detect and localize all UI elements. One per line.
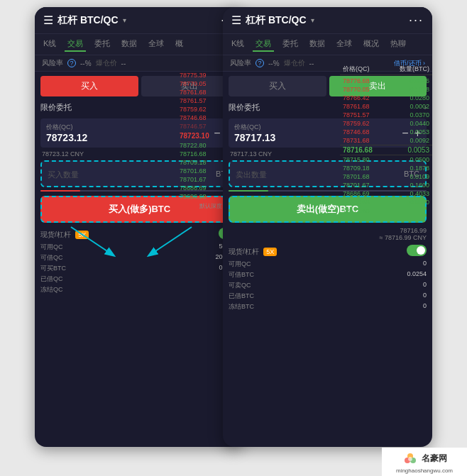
r-stat-row-3: 已借BTC 0	[229, 292, 427, 301]
left-info-bar: 风险率 ? --% 爆仓价 --	[35, 55, 244, 72]
watermark-logo-icon	[402, 450, 419, 467]
right-toggle[interactable]	[407, 245, 427, 256]
tab-entrust-left[interactable]: 委托	[92, 37, 113, 52]
right-stats: 可用QC 0 可借BTC 0.0254 可卖QC 0 已借BTC 0 冻结BTC	[229, 260, 427, 311]
right-title-arrow: ▾	[311, 16, 314, 24]
left-nav-tabs: K线 交易 委托 数据 全球 概	[35, 34, 244, 55]
svg-point-5	[408, 457, 412, 461]
left-body: 买入 卖出 限价委托 › 价格(QC) 78723.12 − + 78	[35, 72, 244, 300]
left-slider-fill	[40, 190, 80, 192]
right-price-list: 价格(QC) 数量(BTC) 78776.680.0046 78770.050.…	[340, 64, 432, 215]
left-risk-label: 风险率	[42, 58, 63, 68]
right-action-cny: ≈ 78716.99 CNY	[380, 234, 427, 241]
right-price-hint: 价格(QC)	[234, 123, 275, 132]
left-title-arrow: ▾	[123, 16, 126, 24]
tab-kline-right[interactable]: K线	[229, 37, 247, 52]
left-leverage-row: 现货/杠杆 5X	[40, 227, 238, 240]
watermark-url: minghaoshangwu.com	[396, 467, 453, 474]
left-price-hint: 价格(QC)	[46, 123, 87, 132]
left-leverage-badge: 5X	[75, 231, 89, 239]
tab-overview-right[interactable]: 概况	[361, 37, 382, 52]
tab-global-right[interactable]: 全球	[334, 37, 355, 52]
hamburger-icon[interactable]: ☰	[43, 13, 53, 27]
right-header: ☰ 杠杆 BTC/QC ▾ ···	[223, 7, 432, 34]
right-buy-btn[interactable]: 买入	[229, 76, 326, 96]
right-qty-placeholder: 卖出数量	[236, 170, 267, 179]
right-order-type-label: 限价委托	[229, 102, 260, 113]
tab-data-left[interactable]: 数据	[119, 37, 140, 52]
right-price-value[interactable]: 78717.13	[234, 132, 275, 143]
right-risk-percent: --%	[268, 60, 280, 67]
stat-row-3: 已借QC 0	[40, 275, 238, 284]
r-stat-row-1: 可借BTC 0.0254	[229, 270, 427, 279]
stat-row-4: 冻结QC 0	[40, 285, 238, 294]
left-title: 杠杆 BTC/QC	[57, 14, 119, 27]
left-header-left: ☰ 杠杆 BTC/QC ▾	[43, 13, 126, 27]
right-hamburger-icon[interactable]: ☰	[231, 13, 241, 27]
left-buy-btn[interactable]: 买入	[40, 76, 138, 96]
tab-kline-left[interactable]: K线	[40, 37, 59, 52]
tab-global-left[interactable]: 全球	[145, 37, 167, 52]
stat-row-1: 可借QC 2000.00	[40, 253, 238, 262]
stat-row-2: 可买BTC 0.0063	[40, 264, 238, 273]
main-container: ☰ 杠杆 BTC/QC ▾ ··· K线 交易 委托 数据 全球 概 风险率 ?…	[0, 0, 467, 476]
right-action-price-value: 78716.99	[400, 227, 427, 234]
stat-row-0: 可用QC 500.00	[40, 243, 238, 252]
left-lever-value: --	[121, 60, 126, 67]
right-nav-tabs: K线 交易 委托 数据 全球 概况 热聊	[223, 34, 432, 55]
tab-data-right[interactable]: 数据	[307, 37, 328, 52]
left-leverage-label: 现货/杠杆	[40, 231, 71, 238]
left-phone: ☰ 杠杆 BTC/QC ▾ ··· K线 交易 委托 数据 全球 概 风险率 ?…	[35, 7, 244, 447]
right-leverage-badge: 5X	[263, 248, 277, 256]
r-stat-row-2: 可卖QC 0	[229, 281, 427, 290]
right-title: 杠杆 BTC/QC	[246, 14, 307, 27]
right-lever-value: --	[309, 60, 314, 67]
right-dots-icon[interactable]: ···	[409, 13, 424, 28]
right-risk-label: 风险率	[230, 58, 251, 68]
tab-more-left[interactable]: 概	[172, 37, 186, 52]
tab-trade-right[interactable]: 交易	[253, 37, 274, 52]
r-stat-row-0: 可用QC 0	[229, 260, 427, 269]
tab-trade-left[interactable]: 交易	[65, 37, 86, 52]
right-leverage-row: 现货/杠杆 5X	[229, 244, 427, 257]
right-risk-icon: ?	[256, 59, 264, 67]
left-qty-placeholder: 买入数量	[48, 170, 79, 179]
right-phone: ☰ 杠杆 BTC/QC ▾ ··· K线 交易 委托 数据 全球 概况 热聊 风…	[223, 7, 432, 447]
left-order-type-label: 限价委托	[40, 102, 72, 113]
right-leverage-label: 现货/杠杆	[229, 248, 259, 255]
right-slider-fill	[229, 190, 268, 192]
watermark: 名豪网 minghaoshangwu.com	[382, 448, 467, 476]
left-header: ☰ 杠杆 BTC/QC ▾ ···	[35, 7, 244, 34]
r-stat-row-4: 冻结BTC 0	[229, 302, 427, 311]
watermark-name: 名豪网	[422, 453, 447, 465]
left-risk-percent: --%	[80, 60, 92, 67]
tab-entrust-right[interactable]: 委托	[280, 37, 301, 52]
left-price-value[interactable]: 78723.12	[46, 132, 87, 143]
left-stats: 可用QC 500.00 可借QC 2000.00 可买BTC 0.0063 已借…	[40, 243, 238, 294]
tab-chat-right[interactable]: 热聊	[388, 37, 409, 52]
right-body: 买入 卖出 限价委托 › 价格(QC) 78717.13 − + 78	[223, 72, 432, 317]
right-action-price: 78716.99 ≈ 78716.99 CNY	[229, 227, 427, 241]
left-risk-icon: ?	[67, 59, 76, 67]
right-header-left: ☰ 杠杆 BTC/QC ▾	[231, 13, 314, 27]
